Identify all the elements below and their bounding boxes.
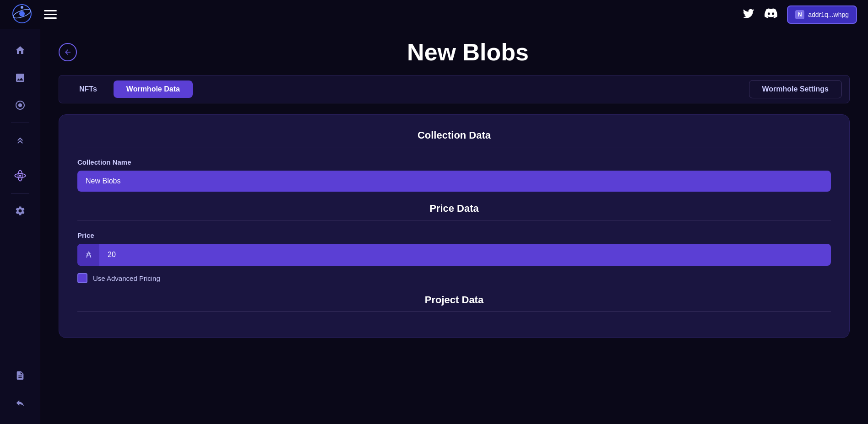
project-section: Project Data xyxy=(77,294,831,312)
sidebar-item-export[interactable] xyxy=(8,391,32,415)
hamburger-button[interactable] xyxy=(42,8,59,21)
tabs-left: NFTs Wormhole Data xyxy=(66,81,193,98)
main-layout: New Blobs NFTs Wormhole Data Wormhole Se… xyxy=(0,29,868,424)
sidebar-bottom xyxy=(8,364,32,415)
top-header: N addr1q...whpg xyxy=(0,0,868,29)
advanced-pricing-label: Use Advanced Pricing xyxy=(93,274,160,282)
sidebar-item-boost[interactable] xyxy=(8,129,32,152)
tab-nfts[interactable]: NFTs xyxy=(66,81,110,98)
price-label: Price xyxy=(77,231,831,239)
price-section: Price Data Price ₳ Use Advanced Pricing xyxy=(77,203,831,283)
twitter-icon[interactable] xyxy=(742,7,755,22)
page-title: New Blobs xyxy=(86,38,850,66)
tab-wormhole-data[interactable]: Wormhole Data xyxy=(114,81,193,98)
svg-point-4 xyxy=(18,103,22,107)
sidebar-item-settings[interactable] xyxy=(8,199,32,223)
sidebar-item-gallery[interactable] xyxy=(8,66,32,90)
svg-point-3 xyxy=(21,6,23,9)
collection-section-title: Collection Data xyxy=(77,129,831,141)
network-icon: N xyxy=(795,10,804,19)
header-right: N addr1q...whpg xyxy=(742,5,857,24)
collection-name-input[interactable] xyxy=(77,171,831,192)
sidebar-divider-2 xyxy=(11,158,29,158)
svg-point-7 xyxy=(19,175,21,177)
price-divider xyxy=(77,220,831,220)
sidebar-item-wormhole[interactable] xyxy=(8,164,32,188)
sidebar-item-target[interactable] xyxy=(8,93,32,117)
svg-point-1 xyxy=(19,11,25,16)
tab-wormhole-settings[interactable]: Wormhole Settings xyxy=(749,80,842,98)
sidebar-item-home[interactable] xyxy=(8,38,32,62)
collection-name-label: Collection Name xyxy=(77,158,831,166)
project-divider xyxy=(77,311,831,312)
sidebar xyxy=(0,29,40,424)
advanced-pricing-row: Use Advanced Pricing xyxy=(77,273,831,283)
form-card: Collection Data Collection Name Price Da… xyxy=(59,114,850,338)
page-header: New Blobs xyxy=(59,38,850,66)
header-left xyxy=(11,3,59,27)
collection-divider xyxy=(77,147,831,147)
sidebar-item-docs[interactable] xyxy=(8,364,32,387)
project-section-title: Project Data xyxy=(77,294,831,306)
back-button[interactable] xyxy=(59,43,77,61)
sidebar-divider-3 xyxy=(11,193,29,193)
advanced-pricing-checkbox[interactable] xyxy=(77,273,87,283)
wallet-button[interactable]: N addr1q...whpg xyxy=(787,5,857,24)
discord-icon[interactable] xyxy=(764,7,778,22)
collection-section: Collection Data Collection Name xyxy=(77,129,831,203)
price-input[interactable] xyxy=(99,244,831,265)
content-area: New Blobs NFTs Wormhole Data Wormhole Se… xyxy=(40,29,868,424)
price-section-title: Price Data xyxy=(77,203,831,215)
sidebar-divider-1 xyxy=(11,123,29,123)
ada-icon: ₳ xyxy=(77,244,99,266)
logo-icon[interactable] xyxy=(11,3,33,27)
tabs-container: NFTs Wormhole Data Wormhole Settings xyxy=(59,75,850,103)
price-input-wrapper: ₳ xyxy=(77,244,831,266)
